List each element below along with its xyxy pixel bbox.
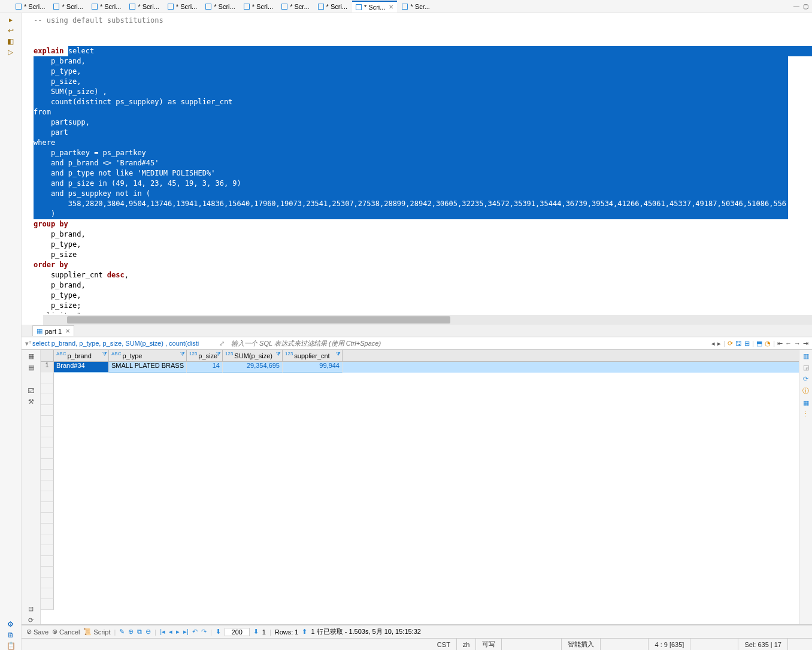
sql-file-icon: [168, 4, 174, 10]
sql-file-icon: [356, 4, 362, 10]
minimize-icon[interactable]: —: [793, 3, 799, 10]
sql-file-icon: [402, 4, 408, 10]
empty-row: [41, 556, 799, 567]
editor-tab-5[interactable]: * Scri...: [202, 1, 238, 13]
next-icon[interactable]: →: [794, 340, 801, 347]
editor-left-gutter: ▸ ↩ ◧ ▷ ⚙ 🗎 📋: [0, 13, 22, 650]
editor-tab-9[interactable]: * Scri...✕: [352, 1, 397, 13]
result-tab-part-1[interactable]: ▦ part 1 ✕: [32, 325, 74, 336]
info-icon[interactable]: ⓘ: [802, 386, 809, 395]
value-view-icon[interactable]: ◲: [803, 364, 809, 371]
save-filter-icon[interactable]: 🖫: [735, 340, 742, 347]
prev-icon[interactable]: ←: [785, 340, 792, 347]
filter-icon[interactable]: ⧩: [102, 351, 107, 358]
edit-row-icon[interactable]: ✎: [119, 628, 125, 636]
fetch-icon[interactable]: ⬇: [216, 628, 221, 636]
sql-file-icon: [281, 4, 287, 10]
result-footer-toolbar: ⊘ Save ⊗ Cancel 📜 Script | ✎ ⊕ ⧉ ⊖ | |◂ …: [22, 625, 812, 638]
status-empty-3: [690, 639, 738, 650]
highlight-icon[interactable]: ◧: [7, 37, 15, 46]
table-row[interactable]: 1Brand#34SMALL PLATED BRASS1429,354,6959…: [41, 362, 799, 373]
grid-view-icon[interactable]: ▦: [28, 352, 34, 360]
editor-tab-strip: * Scri...* Scri...* Scri...* Scri...* Sc…: [0, 0, 812, 13]
cancel-button[interactable]: ⊗ Cancel: [52, 628, 80, 636]
save-button[interactable]: ⊘ Save: [26, 628, 49, 636]
undo-icon[interactable]: ↶: [192, 628, 198, 636]
toggle-outline-icon[interactable]: ▸: [7, 16, 15, 24]
empty-row: [41, 383, 799, 394]
maximize-icon[interactable]: ▢: [803, 3, 808, 10]
settings-gear-icon[interactable]: ⚙: [7, 620, 15, 628]
main-content-row: ▸ ↩ ◧ ▷ ⚙ 🗎 📋 -- using default substitut…: [0, 13, 812, 650]
editor-tab-8[interactable]: * Scri...: [314, 1, 351, 13]
redo-icon[interactable]: ↷: [201, 628, 207, 636]
delete-row-icon[interactable]: ⊖: [146, 628, 151, 636]
cell-cnt[interactable]: 99,944: [283, 362, 343, 373]
duplicate-row-icon[interactable]: ⧉: [137, 628, 142, 636]
close-icon[interactable]: ✕: [65, 328, 70, 334]
collapse-icon[interactable]: ⊟: [28, 605, 34, 613]
editor-tab-6[interactable]: * Scri...: [240, 1, 277, 13]
last-page-icon[interactable]: ▸|: [183, 628, 189, 636]
editor-tab-3[interactable]: * Scri...: [126, 1, 162, 13]
config-icon[interactable]: ⊞: [744, 340, 750, 347]
editor-tab-4[interactable]: * Scri...: [164, 1, 201, 13]
column-header-p-size[interactable]: 123p_size⧩: [187, 350, 223, 361]
nav-right-icon[interactable]: ▸: [717, 340, 721, 347]
chart-icon[interactable]: ◔: [765, 340, 771, 347]
editor-horizontal-scrollbar[interactable]: [43, 315, 812, 325]
first-page-icon[interactable]: |◂: [160, 628, 165, 636]
filter-icon[interactable]: ⧩: [180, 351, 185, 358]
filter-icon[interactable]: ⧩: [276, 351, 281, 358]
file-icon[interactable]: 🗎: [7, 631, 15, 639]
cell-p_type[interactable]: SMALL PLATED BRASS: [109, 362, 187, 373]
column-label: SUM(p_size): [234, 352, 272, 359]
tool-icon-1[interactable]: ⚒: [28, 398, 34, 406]
column-label: p_brand: [67, 352, 91, 359]
editor-tab-2[interactable]: * Scri...: [88, 1, 125, 13]
paste-icon[interactable]: 📋: [7, 642, 15, 650]
column-header-supplier-cnt[interactable]: 123supplier_cnt⧩: [283, 350, 343, 361]
editor-tab-1[interactable]: * Scri...: [50, 1, 86, 13]
nav-left-icon[interactable]: ◂: [711, 340, 715, 347]
editor-tab-0[interactable]: * Scri...: [12, 1, 49, 13]
filter-icon[interactable]: ⧩: [336, 351, 341, 358]
text-view-icon[interactable]: ▤: [28, 364, 34, 371]
kw-explain: explain: [34, 47, 64, 55]
refresh-icon-r[interactable]: ⟳: [803, 375, 808, 383]
prev-page-icon[interactable]: ◂: [169, 628, 172, 636]
page-size-input[interactable]: [225, 628, 250, 636]
editor-tab-7[interactable]: * Scr...: [278, 1, 313, 13]
word-wrap-icon[interactable]: ↩: [7, 26, 15, 35]
cell-sum[interactable]: 29,354,695: [223, 362, 283, 373]
expand-icon[interactable]: ⤢: [219, 340, 229, 347]
refresh-grid-icon[interactable]: ⟳: [28, 616, 34, 624]
empty-row: [41, 599, 799, 610]
panels-icon[interactable]: ▥: [803, 352, 809, 360]
add-row-icon[interactable]: ⊕: [128, 628, 134, 636]
refresh-icon[interactable]: ⟳: [728, 340, 733, 347]
editor-tab-10[interactable]: * Scr...: [398, 1, 433, 13]
calendar-icon[interactable]: ▦: [803, 399, 809, 407]
record-view-icon[interactable]: 🗠: [28, 387, 34, 394]
column-header-p-type[interactable]: ABCp_type⧩: [109, 350, 187, 361]
first-icon[interactable]: ⇤: [777, 340, 783, 347]
dots-icon[interactable]: ⋮: [802, 410, 809, 418]
column-header-p-brand[interactable]: ABCp_brand⧩: [54, 350, 109, 361]
editor-scroll-thumb[interactable]: [67, 316, 450, 324]
empty-row: [41, 373, 799, 383]
sql-editor[interactable]: -- using default substitutions explain s…: [22, 13, 812, 314]
close-icon[interactable]: ✕: [389, 4, 393, 10]
result-filter-input[interactable]: [229, 337, 708, 349]
cell-p_brand[interactable]: Brand#34: [54, 362, 109, 373]
last-icon[interactable]: ⇥: [803, 340, 808, 347]
export-icon[interactable]: ⬒: [756, 340, 762, 347]
script-button[interactable]: 📜 Script: [83, 628, 110, 636]
column-header-sum-p-size-[interactable]: 123SUM(p_size)⧩: [223, 350, 283, 361]
grid-body[interactable]: 1Brand#34SMALL PLATED BRASS1429,354,6959…: [41, 362, 799, 624]
cell-p_size[interactable]: 14: [187, 362, 223, 373]
execute-icon[interactable]: ▷: [7, 48, 15, 56]
next-page-icon[interactable]: ▸: [176, 628, 180, 636]
fetch-next-icon[interactable]: ⬇: [253, 628, 259, 636]
filter-icon[interactable]: ⧩: [216, 351, 221, 358]
